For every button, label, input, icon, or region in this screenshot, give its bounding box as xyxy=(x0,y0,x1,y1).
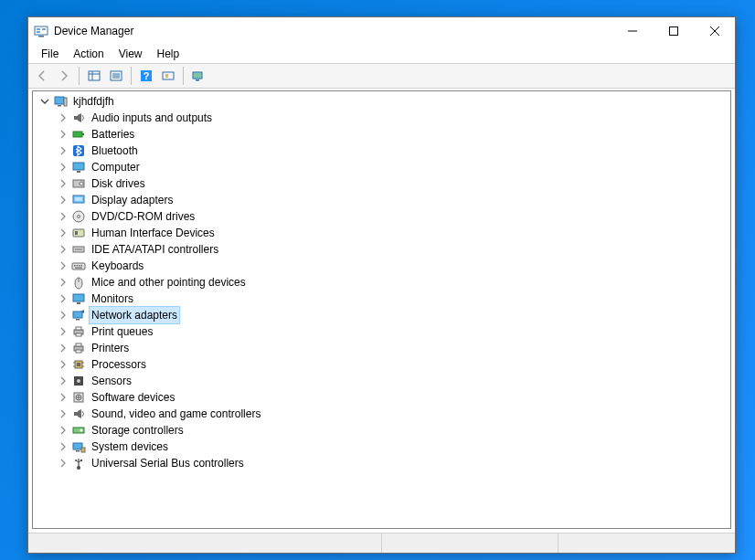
tree-item-usb[interactable]: Universal Serial Bus controllers xyxy=(37,455,730,471)
tree-item-monitors[interactable]: Monitors xyxy=(37,291,730,307)
chevron-right-icon[interactable] xyxy=(57,276,69,289)
battery-icon xyxy=(71,127,86,142)
chevron-right-icon[interactable] xyxy=(57,391,69,404)
menu-file[interactable]: File xyxy=(34,46,66,62)
tree-item-sensors[interactable]: Sensors xyxy=(37,373,730,389)
tree-item-keyboards[interactable]: Keyboards xyxy=(37,258,730,274)
tree-view[interactable]: kjhdfdjfhAudio inputs and outputsBatteri… xyxy=(32,90,731,529)
minimize-button[interactable] xyxy=(611,17,653,45)
help-button[interactable]: ? xyxy=(136,66,156,86)
system-icon xyxy=(71,439,86,454)
svg-rect-40 xyxy=(75,231,78,235)
tree-item-label: System devices xyxy=(90,438,170,455)
tree-item-system[interactable]: System devices xyxy=(37,438,730,455)
show-hide-tree-button[interactable] xyxy=(84,66,104,86)
tree-item-label: Audio inputs and outputs xyxy=(90,110,214,126)
svg-marker-26 xyxy=(78,113,81,122)
chevron-right-icon[interactable] xyxy=(57,227,69,239)
tree-item-ide[interactable]: IDE ATA/ATAPI controllers xyxy=(37,241,730,258)
tree-item-label: Software devices xyxy=(90,389,176,406)
menu-action[interactable]: Action xyxy=(66,46,111,62)
chevron-right-icon[interactable] xyxy=(57,243,69,256)
nav-forward-button[interactable] xyxy=(54,66,74,86)
scan-hardware-button[interactable] xyxy=(158,66,178,86)
svg-rect-79 xyxy=(81,448,85,452)
svg-marker-74 xyxy=(78,409,81,418)
display-icon xyxy=(71,193,86,207)
tree-item-label: Display adapters xyxy=(90,192,175,208)
maximize-button[interactable] xyxy=(653,17,694,45)
tree-item-label: Batteries xyxy=(90,126,136,143)
tree-item-disk[interactable]: Disk drives xyxy=(37,175,730,192)
svg-rect-1 xyxy=(38,36,44,37)
svg-rect-25 xyxy=(74,116,78,120)
chevron-right-icon[interactable] xyxy=(57,457,69,470)
tree-item-label: Printers xyxy=(90,340,131,356)
chevron-right-icon[interactable] xyxy=(57,111,69,124)
tree-item-sound[interactable]: Sound, video and game controllers xyxy=(37,406,730,422)
chevron-right-icon[interactable] xyxy=(57,194,69,206)
tree-root[interactable]: kjhdfdjfh xyxy=(37,93,730,110)
software-icon xyxy=(71,390,86,405)
sensor-icon xyxy=(71,374,86,388)
chevron-right-icon[interactable] xyxy=(57,177,69,190)
cd-icon xyxy=(71,209,86,224)
tree-item-label: Universal Serial Bus controllers xyxy=(90,455,246,471)
chevron-right-icon[interactable] xyxy=(57,424,69,437)
chevron-right-icon[interactable] xyxy=(57,358,69,371)
chevron-right-icon[interactable] xyxy=(57,440,69,453)
speaker-icon xyxy=(71,111,86,125)
properties-button[interactable] xyxy=(106,66,126,86)
tree-item-processors[interactable]: Processors xyxy=(37,356,730,373)
tree-item-batteries[interactable]: Batteries xyxy=(37,126,730,143)
chevron-right-icon[interactable] xyxy=(57,144,69,157)
tree-item-storage[interactable]: Storage controllers xyxy=(37,422,730,438)
tree-item-printers[interactable]: Printers xyxy=(37,340,730,356)
svg-rect-44 xyxy=(74,265,76,267)
svg-point-84 xyxy=(75,460,77,461)
menu-help[interactable]: Help xyxy=(150,46,187,62)
chevron-right-icon[interactable] xyxy=(57,259,69,272)
chevron-right-icon[interactable] xyxy=(57,161,69,174)
svg-point-33 xyxy=(80,182,83,185)
chevron-right-icon[interactable] xyxy=(57,342,69,354)
chevron-right-icon[interactable] xyxy=(57,407,69,420)
svg-rect-57 xyxy=(76,333,81,336)
svg-rect-31 xyxy=(77,171,80,173)
tree-item-mice[interactable]: Mice and other pointing devices xyxy=(37,274,730,291)
chevron-right-icon[interactable] xyxy=(57,375,69,387)
view-devices-button[interactable] xyxy=(188,66,208,86)
chevron-down-icon[interactable] xyxy=(38,95,51,108)
tree-item-network[interactable]: Network adapters xyxy=(37,307,730,323)
tree-item-label: Bluetooth xyxy=(90,143,140,159)
svg-rect-39 xyxy=(73,229,84,237)
chevron-right-icon[interactable] xyxy=(57,128,69,141)
tree-item-printq[interactable]: Print queues xyxy=(37,323,730,340)
tree-item-label: Processors xyxy=(90,356,148,373)
svg-rect-30 xyxy=(73,163,84,170)
tree-root-label: kjhdfdjfh xyxy=(71,93,116,110)
close-button[interactable] xyxy=(694,17,735,45)
device-manager-window: Device Manager File Action View Help xyxy=(27,16,736,554)
chevron-right-icon[interactable] xyxy=(57,325,69,338)
tree-item-computer[interactable]: Computer xyxy=(37,159,730,175)
speaker-icon xyxy=(71,407,86,421)
chevron-right-icon[interactable] xyxy=(57,309,69,322)
printer-icon xyxy=(71,341,86,355)
tree-item-bluetooth[interactable]: Bluetooth xyxy=(37,143,730,159)
tree-item-display[interactable]: Display adapters xyxy=(37,192,730,208)
svg-rect-28 xyxy=(82,133,84,135)
tree-item-label: DVD/CD-ROM drives xyxy=(90,208,197,225)
tree-item-hid[interactable]: Human Interface Devices xyxy=(37,225,730,241)
tree-item-dvd[interactable]: DVD/CD-ROM drives xyxy=(37,208,730,225)
svg-rect-0 xyxy=(35,26,48,35)
tree-item-audio[interactable]: Audio inputs and outputs xyxy=(37,110,730,126)
svg-rect-85 xyxy=(80,460,82,461)
chevron-right-icon[interactable] xyxy=(57,292,69,305)
nav-back-button[interactable] xyxy=(32,66,52,86)
tree-item-software[interactable]: Software devices xyxy=(37,389,730,406)
svg-rect-3 xyxy=(42,28,46,30)
tree-item-label: Monitors xyxy=(90,291,135,307)
chevron-right-icon[interactable] xyxy=(57,210,69,223)
menu-view[interactable]: View xyxy=(112,46,150,62)
